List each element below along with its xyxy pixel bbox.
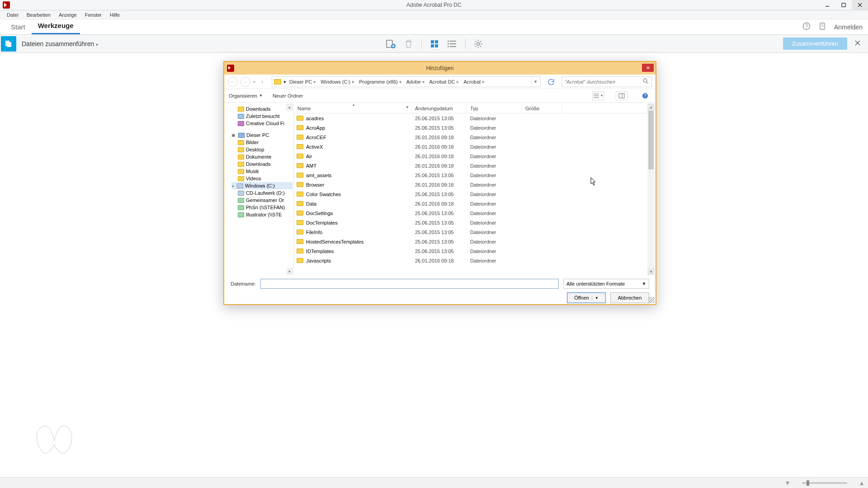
tree-item[interactable]: Bilder: [231, 139, 292, 146]
breadcrumb-item[interactable]: Programme (x86)▸: [357, 79, 404, 84]
scroll-up-icon[interactable]: ▴: [647, 103, 655, 111]
tree-item[interactable]: Videos: [231, 175, 292, 182]
chevron-right-icon[interactable]: ▸: [457, 79, 459, 84]
file-row[interactable]: Browser26.01.2016 09:18Dateiordner: [294, 180, 647, 189]
chevron-right-icon[interactable]: ▸: [352, 79, 354, 84]
zoom-in-icon[interactable]: ▴: [860, 479, 863, 487]
tree-item[interactable]: Musik: [231, 168, 292, 175]
notification-icon[interactable]: [819, 22, 826, 32]
refresh-button[interactable]: [546, 77, 556, 87]
filename-field[interactable]: [260, 279, 559, 289]
expand-icon[interactable]: ▸: [232, 184, 234, 188]
tab-start[interactable]: Start: [5, 20, 32, 34]
window-close-button[interactable]: [852, 0, 868, 10]
help-icon[interactable]: ?: [802, 22, 811, 32]
zoom-slider[interactable]: [802, 482, 847, 484]
file-row[interactable]: Color Swatches25.06.2015 13:05Dateiordne…: [294, 189, 647, 199]
chevron-right-icon[interactable]: ▸: [284, 79, 287, 84]
resize-grip[interactable]: [648, 297, 655, 303]
tree-scroll-up[interactable]: ▴: [286, 103, 293, 111]
scroll-down-icon[interactable]: ▾: [647, 268, 655, 275]
column-dropdown-icon[interactable]: ▼: [406, 105, 409, 109]
column-type[interactable]: Typ: [467, 103, 522, 113]
file-row[interactable]: amt_assets25.06.2015 13:05Dateiordner: [294, 170, 647, 180]
view-mode-button[interactable]: ▼: [592, 91, 604, 100]
column-size[interactable]: Größe: [522, 103, 562, 113]
split-dropdown-icon[interactable]: ▼: [592, 296, 599, 300]
scroll-thumb[interactable]: [648, 111, 654, 169]
organize-menu[interactable]: Organisieren ▼: [229, 93, 263, 99]
new-folder-button[interactable]: Neuer Ordner: [273, 93, 303, 99]
tree-item-this-pc[interactable]: ▣Dieser PC: [231, 131, 292, 139]
tree-item-downloads[interactable]: Downloads: [231, 105, 292, 113]
settings-icon[interactable]: [474, 39, 483, 48]
nav-up-button[interactable]: ↑: [258, 78, 266, 86]
file-list[interactable]: Name ▴ ▼ Änderungsdatum Typ Größe acadre…: [294, 103, 655, 275]
menu-file[interactable]: Datei: [3, 12, 23, 18]
nav-back-button[interactable]: ←: [228, 77, 238, 87]
tree-scroll-down[interactable]: ▾: [286, 268, 293, 275]
search-input[interactable]: [565, 79, 643, 84]
chevron-right-icon[interactable]: ▸: [423, 79, 425, 84]
tree-item[interactable]: Gemeinsamer Or: [231, 197, 292, 204]
tree-item-recent[interactable]: Zuletzt besucht: [231, 113, 292, 120]
grid-view-icon[interactable]: [430, 39, 439, 48]
column-date[interactable]: Änderungsdatum: [411, 103, 467, 113]
search-box[interactable]: [561, 76, 652, 87]
breadcrumb-item[interactable]: Windows (C:)▸: [319, 79, 356, 84]
window-minimize-button[interactable]: [819, 0, 835, 10]
breadcrumb-bar[interactable]: ▸ Dieser PC▸ Windows (C:)▸ Programme (x8…: [272, 76, 541, 87]
file-format-dropdown[interactable]: Alle unterstützten Formate ▼: [563, 279, 649, 289]
chevron-right-icon[interactable]: ▸: [482, 79, 485, 84]
menu-edit[interactable]: Bearbeiten: [23, 12, 55, 18]
file-row[interactable]: DocSettings25.06.2015 13:05Dateiordner: [294, 208, 647, 218]
signin-link[interactable]: Anmelden: [834, 23, 863, 31]
file-row[interactable]: Data26.01.2016 09:18Dateiordner: [294, 199, 647, 208]
file-row[interactable]: Javascripts26.01.2016 09:18Dateiordner: [294, 256, 647, 265]
breadcrumb-item[interactable]: Adobe▸: [405, 79, 427, 84]
folder-tree[interactable]: ▴ Downloads Zuletzt besucht Creative Clo…: [225, 103, 294, 275]
file-row[interactable]: Air26.01.2016 09:18Dateiordner: [294, 151, 647, 161]
file-row[interactable]: HostedServicesTemplates25.06.2015 13:05D…: [294, 237, 647, 246]
tree-item[interactable]: Dokumente: [231, 153, 292, 160]
tree-item[interactable]: Desktop: [231, 146, 292, 153]
file-row[interactable]: AcroApp25.06.2015 13:05Dateiordner: [294, 123, 647, 132]
window-maximize-button[interactable]: [835, 0, 852, 10]
menu-help[interactable]: Hilfe: [106, 12, 124, 18]
tree-item-windows-c[interactable]: ▸Windows (C:): [231, 182, 292, 189]
zoom-out-icon[interactable]: ▾: [786, 479, 789, 487]
add-files-icon[interactable]: [385, 39, 396, 49]
tree-item[interactable]: Illustrator (\\STE: [231, 211, 292, 218]
open-button[interactable]: Öffnen ▼: [567, 292, 606, 303]
file-row[interactable]: FileInfo25.06.2015 13:05Dateiordner: [294, 227, 647, 237]
tree-item[interactable]: Downloads: [231, 160, 292, 168]
expand-icon[interactable]: ▣: [231, 133, 236, 137]
breadcrumb-item[interactable]: Acrobat DC▸: [428, 79, 461, 84]
file-list-scrollbar[interactable]: ▴ ▾: [647, 103, 655, 275]
help-button[interactable]: ?: [639, 91, 651, 100]
menu-window[interactable]: Fenster: [81, 12, 106, 18]
file-row[interactable]: ActiveX26.01.2016 09:18Dateiordner: [294, 142, 647, 151]
delete-icon[interactable]: [404, 39, 413, 49]
preview-pane-button[interactable]: [616, 91, 627, 100]
cancel-button[interactable]: Abbrechen: [610, 292, 649, 303]
close-tool-button[interactable]: [852, 40, 863, 48]
search-icon[interactable]: [643, 78, 649, 85]
file-row[interactable]: acadres25.06.2015 13:05Dateiordner: [294, 113, 647, 123]
chevron-right-icon[interactable]: ▸: [400, 79, 402, 84]
file-row[interactable]: AcroCEF26.01.2016 09:18Dateiordner: [294, 132, 647, 142]
file-row[interactable]: DocTemplates25.06.2015 13:05Dateiordner: [294, 218, 647, 227]
filename-input[interactable]: [263, 279, 557, 288]
combine-button[interactable]: Zusammenführen: [783, 38, 847, 50]
combine-files-icon[interactable]: [1, 36, 16, 52]
tree-item-creative-cloud[interactable]: Creative Cloud Fi: [231, 120, 292, 127]
dialog-close-button[interactable]: ✕: [642, 64, 654, 72]
chevron-right-icon[interactable]: ▸: [314, 79, 316, 84]
menu-view[interactable]: Anzeige: [55, 12, 81, 18]
file-row[interactable]: IDTemplates25.06.2015 13:05Dateiordner: [294, 246, 647, 256]
list-view-icon[interactable]: [447, 40, 457, 48]
nav-forward-button[interactable]: →: [241, 77, 250, 87]
column-name[interactable]: Name ▴ ▼: [294, 103, 411, 113]
tree-item[interactable]: CD-Laufwerk (D:): [231, 189, 292, 197]
nav-history-dropdown[interactable]: ▾: [253, 80, 255, 84]
